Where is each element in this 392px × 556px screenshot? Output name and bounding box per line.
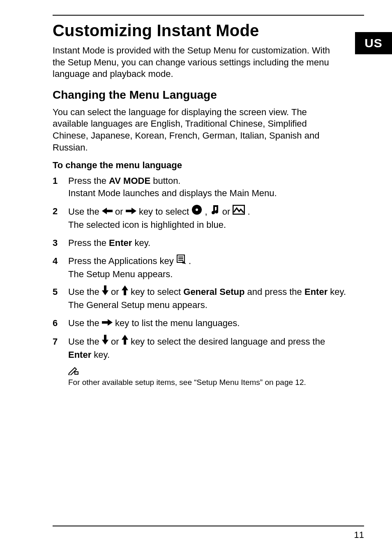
text: key.: [91, 350, 110, 360]
step-5: 5 Use the or key to select General Setup…: [53, 286, 348, 311]
bold-text: Enter: [304, 287, 327, 297]
down-arrow-icon: [102, 285, 108, 299]
step-body: Use the or key to select , or: [68, 205, 348, 231]
step-number: 2: [53, 205, 68, 218]
text: Use the: [68, 318, 102, 328]
step-number: 1: [53, 175, 68, 187]
down-arrow-icon: [102, 335, 108, 348]
intro-paragraph: Instant Mode is provided with the Setup …: [53, 45, 336, 80]
text: or: [111, 336, 122, 347]
text: Press the: [68, 238, 109, 248]
text: key.: [132, 238, 150, 248]
svg-rect-15: [75, 372, 78, 374]
language-paragraph: You can select the language for displayi…: [53, 107, 340, 153]
svg-marker-12: [102, 319, 113, 326]
page-number: 11: [354, 530, 364, 540]
step-number: 7: [53, 336, 68, 348]
text: Use the: [68, 206, 102, 216]
text: key to select the desired language and p…: [131, 336, 325, 347]
steps-list: 1 Press the AV MODE button. Instant Mode…: [53, 175, 348, 361]
bottom-rule: [53, 526, 364, 526]
right-arrow-icon: [102, 317, 113, 329]
text: Press the: [68, 176, 109, 186]
step-3: 3 Press the Enter key.: [53, 237, 348, 249]
disc-icon: [191, 204, 202, 218]
text: .: [248, 206, 250, 216]
text: and press the: [244, 287, 304, 297]
step-6: 6 Use the key to list the menu languages…: [53, 317, 348, 330]
svg-marker-13: [102, 335, 108, 345]
text: The General Setup menu appears.: [68, 300, 208, 310]
note-text: For other available setup items, see “Se…: [68, 378, 339, 387]
locale-tab-text: US: [364, 36, 383, 50]
applications-key-icon: [176, 254, 186, 267]
section-heading: Changing the Menu Language: [53, 88, 364, 102]
step-number: 3: [53, 237, 68, 249]
text: key to select: [139, 206, 191, 216]
svg-rect-4: [233, 205, 244, 214]
music-note-icon: [210, 204, 220, 218]
step-number: 4: [53, 255, 68, 267]
text: Press the Applications key: [68, 256, 176, 266]
svg-marker-1: [126, 208, 136, 214]
locale-tab: US: [355, 32, 392, 54]
svg-marker-10: [102, 285, 108, 295]
up-arrow-icon: [122, 285, 128, 299]
step-body: Press the AV MODE button. Instant Mode l…: [68, 175, 348, 199]
bold-text: AV MODE: [109, 176, 150, 186]
text: The selected icon is highlighted in blue…: [68, 220, 226, 230]
right-arrow-icon: [126, 205, 136, 218]
text: key to list the menu languages.: [115, 318, 240, 328]
page-title: Customizing Instant Mode: [53, 21, 364, 40]
bold-text: Enter: [68, 350, 91, 360]
text: Use the: [68, 287, 102, 297]
page: US Customizing Instant Mode Instant Mode…: [0, 0, 392, 556]
step-body: Use the key to list the menu languages.: [68, 317, 348, 330]
text: .: [189, 256, 191, 266]
step-body: Use the or key to select the desired lan…: [68, 336, 348, 361]
svg-marker-11: [122, 285, 128, 295]
bold-text: Enter: [109, 238, 132, 248]
bold-text: General Setup: [183, 287, 244, 297]
pencil-note-icon: [68, 366, 79, 377]
text: Instant Mode launches and displays the M…: [68, 188, 277, 198]
left-arrow-icon: [102, 205, 113, 218]
step-number: 6: [53, 317, 68, 329]
step-1: 1 Press the AV MODE button. Instant Mode…: [53, 175, 348, 199]
steps-heading: To change the menu language: [53, 160, 364, 171]
svg-marker-0: [102, 208, 113, 214]
picture-icon: [233, 205, 245, 218]
text: or: [222, 206, 233, 216]
svg-point-3: [196, 208, 198, 211]
text: key.: [327, 287, 346, 297]
text: Use the: [68, 336, 102, 347]
up-arrow-icon: [122, 335, 128, 348]
note-block: For other available setup items, see “Se…: [68, 367, 364, 387]
svg-marker-14: [122, 335, 128, 345]
step-number: 5: [53, 286, 68, 298]
text: ,: [205, 206, 210, 216]
top-rule: [53, 15, 364, 16]
text: or: [115, 206, 126, 216]
text: key to select: [131, 287, 183, 297]
step-body: Press the Applications key . The Setup M…: [68, 255, 348, 280]
text: button.: [150, 176, 180, 186]
text: The Setup Menu appears.: [68, 269, 173, 279]
text: or: [111, 287, 122, 297]
step-7: 7 Use the or key to select the desired l…: [53, 336, 348, 361]
step-2: 2 Use the or key to select ,: [53, 205, 348, 231]
step-4: 4 Press the Applications key . The Setup…: [53, 255, 348, 280]
step-body: Use the or key to select General Setup a…: [68, 286, 348, 311]
step-body: Press the Enter key.: [68, 237, 348, 249]
